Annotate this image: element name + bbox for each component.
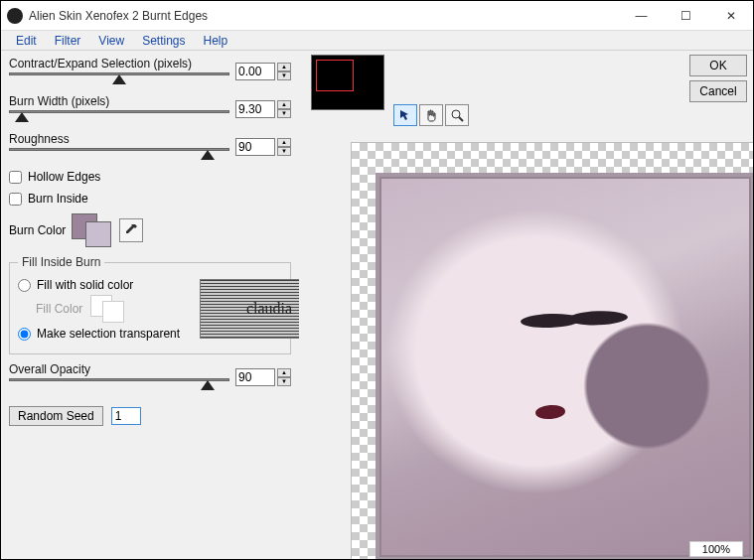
- magnifier-icon: [450, 108, 464, 122]
- contract-spin-up[interactable]: ▲: [277, 63, 291, 71]
- burn-inside-checkbox[interactable]: [9, 193, 22, 206]
- zoom-status: 100%: [689, 541, 743, 557]
- opacity-label: Overall Opacity: [9, 362, 229, 376]
- burnwidth-spin-down[interactable]: ▼: [277, 109, 291, 118]
- contract-input[interactable]: [235, 63, 275, 80]
- opacity-spin-up[interactable]: ▲: [277, 368, 291, 377]
- preview-viewport[interactable]: [351, 142, 753, 559]
- zoom-tool[interactable]: [445, 104, 469, 126]
- maximize-button[interactable]: ☐: [664, 1, 708, 30]
- burn-color-label: Burn Color: [9, 223, 66, 237]
- fill-inside-legend: Fill Inside Burn: [18, 255, 104, 269]
- app-icon: [7, 8, 23, 24]
- menu-help[interactable]: Help: [195, 32, 237, 50]
- burnwidth-slider[interactable]: [9, 108, 229, 124]
- menu-edit[interactable]: Edit: [7, 32, 46, 50]
- roughness-input[interactable]: [235, 138, 275, 156]
- window-title: Alien Skin Xenofex 2 Burnt Edges: [29, 9, 619, 23]
- fill-solid-radio[interactable]: [18, 279, 31, 292]
- menu-view[interactable]: View: [89, 32, 133, 50]
- eyedropper-button[interactable]: [119, 218, 143, 242]
- contract-label: Contract/Expand Selection (pixels): [9, 57, 229, 70]
- hollow-edges-checkbox[interactable]: [9, 171, 22, 184]
- contract-slider[interactable]: [9, 70, 229, 86]
- svg-line-1: [459, 117, 463, 121]
- opacity-spin-down[interactable]: ▼: [277, 377, 291, 386]
- fill-inside-group: Fill Inside Burn Fill with solid color F…: [9, 255, 291, 354]
- eyedropper-icon: [124, 223, 138, 237]
- cancel-button[interactable]: Cancel: [689, 80, 747, 102]
- roughness-slider[interactable]: [9, 146, 229, 162]
- roughness-label: Roughness: [9, 132, 229, 146]
- opacity-input[interactable]: [235, 368, 275, 386]
- menu-filter[interactable]: Filter: [46, 32, 90, 50]
- navigator-thumbnail[interactable]: [311, 55, 384, 110]
- roughness-spin-down[interactable]: ▼: [277, 147, 291, 156]
- menu-settings[interactable]: Settings: [133, 32, 194, 50]
- burnwidth-label: Burn Width (pixels): [9, 94, 229, 108]
- ok-button[interactable]: OK: [689, 55, 747, 76]
- fill-transparent-radio[interactable]: [18, 328, 31, 341]
- contract-spin-down[interactable]: ▼: [277, 71, 291, 80]
- pointer-icon: [398, 108, 412, 122]
- fill-transparent-label: Make selection transparent: [37, 327, 180, 341]
- minimize-button[interactable]: —: [619, 1, 664, 30]
- random-seed-button[interactable]: Random Seed: [9, 406, 103, 426]
- preview-panel: OK Cancel 100%: [299, 51, 753, 559]
- roughness-spin-up[interactable]: ▲: [277, 138, 291, 147]
- fill-solid-label: Fill with solid color: [37, 278, 133, 292]
- hand-icon: [424, 108, 438, 122]
- burnwidth-input[interactable]: [235, 100, 275, 118]
- hand-tool[interactable]: [419, 104, 443, 126]
- burnwidth-spin-up[interactable]: ▲: [277, 100, 291, 109]
- close-button[interactable]: ✕: [708, 1, 753, 30]
- menubar: Edit Filter View Settings Help: [1, 31, 753, 51]
- pointer-tool[interactable]: [393, 104, 417, 126]
- opacity-slider[interactable]: [9, 376, 229, 392]
- titlebar: Alien Skin Xenofex 2 Burnt Edges — ☐ ✕: [1, 1, 753, 31]
- seed-input[interactable]: [111, 407, 141, 425]
- svg-point-0: [452, 110, 460, 118]
- fill-color-bg-swatch[interactable]: [102, 301, 124, 323]
- preview-image: [376, 173, 753, 559]
- hollow-edges-label: Hollow Edges: [28, 170, 100, 184]
- fill-color-label: Fill Color: [36, 302, 82, 316]
- settings-panel: Contract/Expand Selection (pixels) ▲▼ Bu…: [1, 51, 299, 559]
- burn-color-bg-swatch[interactable]: [85, 221, 111, 247]
- burn-inside-label: Burn Inside: [28, 192, 88, 206]
